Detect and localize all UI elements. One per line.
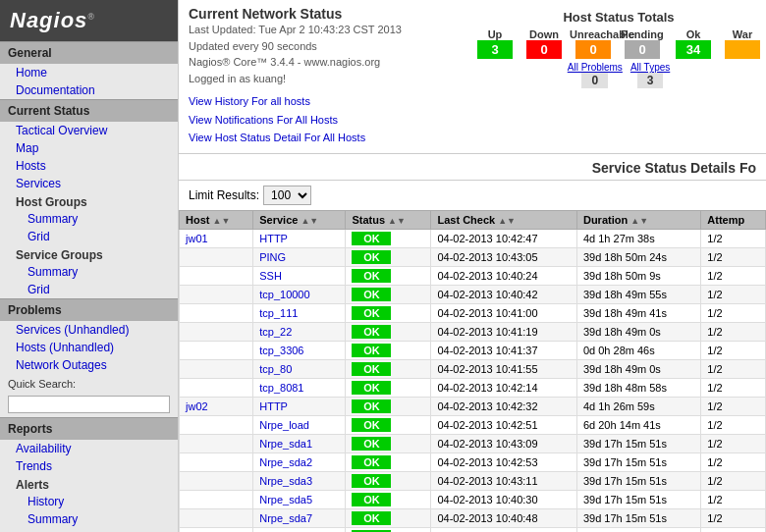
sidebar-item-services[interactable]: Services	[0, 175, 178, 192]
sidebar-item-hosts[interactable]: Hosts	[0, 157, 178, 175]
sidebar-item-home[interactable]: Home	[0, 64, 178, 81]
status-badge: OK	[352, 250, 391, 264]
last-check-cell: 04-02-2013 10:42:32	[431, 398, 577, 416]
service-cell[interactable]: tcp_3306	[253, 342, 346, 360]
service-cell[interactable]: Nrpe_sda3	[253, 472, 346, 491]
sidebar-item-services-unhandled[interactable]: Services (Unhandled)	[0, 321, 178, 339]
host-sort-icon: ▲▼	[213, 216, 231, 226]
sidebar-item-alerts-summary[interactable]: Summary	[0, 510, 178, 528]
status-cell: OK	[346, 304, 431, 323]
status-cell: OK	[346, 360, 431, 379]
service-cell[interactable]: Nrpe_sda2	[253, 453, 346, 472]
service-cell[interactable]: tcp_10000	[253, 286, 346, 304]
service-cell[interactable]: Nrpe_load	[253, 416, 346, 435]
sidebar-item-host-groups-grid[interactable]: Grid	[0, 228, 178, 245]
section-current-status: Current Status	[0, 99, 178, 122]
service-link[interactable]: tcp_10000	[259, 289, 309, 300]
sidebar-item-trends[interactable]: Trends	[0, 457, 178, 475]
up-label: Up	[471, 28, 519, 40]
quick-search-input[interactable]	[8, 396, 170, 413]
sidebar-item-map[interactable]: Map	[0, 139, 178, 157]
status-badge: OK	[352, 288, 391, 301]
col-host[interactable]: Host ▲▼	[180, 211, 253, 230]
unreachable-count[interactable]: 0	[575, 40, 611, 59]
view-history-link[interactable]: View History For all hosts	[189, 92, 481, 111]
service-cell[interactable]: PING	[253, 248, 346, 267]
service-cell[interactable]: Nrpe_users	[253, 528, 346, 532]
sidebar-item-service-groups-grid[interactable]: Grid	[0, 281, 178, 298]
service-link[interactable]: Nrpe_sda3	[259, 475, 312, 487]
service-cell[interactable]: Nrpe_sda7	[253, 509, 346, 528]
table-row: Nrpe_usersOK04-02-2013 10:41:0639d 18h 4…	[180, 528, 766, 532]
service-link[interactable]: tcp_80	[259, 363, 292, 375]
service-link[interactable]: Nrpe_sda2	[259, 456, 312, 468]
attempt-cell: 1/2	[701, 360, 766, 379]
service-link[interactable]: SSH	[259, 270, 282, 282]
attempt-cell: 1/2	[701, 304, 766, 323]
last-check-cell: 04-02-2013 10:40:24	[431, 267, 577, 286]
up-count[interactable]: 3	[477, 40, 513, 59]
host-cell[interactable]: jw01	[180, 230, 253, 248]
status-cell: OK	[346, 248, 431, 267]
sidebar-item-host-groups-summary[interactable]: Summary	[0, 210, 178, 228]
service-cell[interactable]: Nrpe_sda5	[253, 491, 346, 509]
service-cell[interactable]: HTTP	[253, 398, 346, 416]
service-link[interactable]: tcp_3306	[259, 345, 303, 356]
view-notifications-link[interactable]: View Notifications For All Hosts	[189, 111, 481, 130]
sidebar-item-network-outages[interactable]: Network Outages	[0, 356, 178, 374]
service-cell[interactable]: Nrpe_sda1	[253, 435, 346, 453]
status-cell: OK	[346, 416, 431, 435]
limit-select[interactable]: 100 25 50 All	[263, 186, 311, 205]
view-host-status-link[interactable]: View Host Status Detail For All Hosts	[189, 129, 481, 147]
service-link[interactable]: Nrpe_sda5	[259, 494, 312, 505]
host-link[interactable]: jw01	[186, 233, 208, 244]
pending-count[interactable]: 0	[625, 40, 660, 59]
service-link[interactable]: tcp_8081	[259, 382, 303, 394]
sidebar-item-tactical-overview[interactable]: Tactical Overview	[0, 122, 178, 139]
sidebar-item-service-groups-summary[interactable]: Summary	[0, 263, 178, 281]
ok-count[interactable]: 34	[676, 40, 711, 59]
service-link[interactable]: tcp_22	[259, 326, 292, 338]
status-cell: OK	[346, 379, 431, 398]
all-problems-link[interactable]: All Problems	[568, 62, 623, 73]
table-row: Nrpe_sda2OK04-02-2013 10:42:5339d 17h 15…	[180, 453, 766, 472]
attempt-cell: 1/2	[701, 472, 766, 491]
host-link[interactable]: jw02	[186, 400, 208, 412]
service-link[interactable]: Nrpe_load	[259, 419, 309, 431]
service-link[interactable]: HTTP	[259, 233, 288, 244]
down-count[interactable]: 0	[526, 40, 562, 59]
service-cell[interactable]: tcp_22	[253, 323, 346, 342]
service-link[interactable]: PING	[259, 251, 286, 263]
host-cell[interactable]: jw02	[180, 398, 253, 416]
last-check-cell: 04-02-2013 10:42:14	[431, 379, 577, 398]
col-service[interactable]: Service ▲▼	[253, 211, 346, 230]
col-last-check[interactable]: Last Check ▲▼	[431, 211, 577, 230]
service-link[interactable]: Nrpe_sda7	[259, 512, 312, 524]
table-row: Nrpe_loadOK04-02-2013 10:42:516d 20h 14m…	[180, 416, 766, 435]
service-link[interactable]: Nrpe_sda1	[259, 438, 312, 450]
sidebar-item-alerts-histogram[interactable]: Histogram	[0, 528, 178, 532]
sidebar-item-availability[interactable]: Availability	[0, 440, 178, 457]
sidebar-item-documentation[interactable]: Documentation	[0, 81, 178, 99]
all-types-link[interactable]: All Types	[630, 62, 670, 73]
service-cell[interactable]: HTTP	[253, 230, 346, 248]
col-attempt[interactable]: Attemp	[701, 211, 766, 230]
col-status[interactable]: Status ▲▼	[346, 211, 431, 230]
attempt-cell: 1/2	[701, 230, 766, 248]
service-cell[interactable]: tcp_80	[253, 360, 346, 379]
sidebar-item-alerts-history[interactable]: History	[0, 493, 178, 510]
col-duration[interactable]: Duration ▲▼	[576, 211, 700, 230]
service-cell[interactable]: tcp_111	[253, 304, 346, 323]
warning-count[interactable]	[725, 40, 760, 59]
all-types-col: All Types 3	[630, 62, 670, 88]
status-cell: OK	[346, 509, 431, 528]
sidebar-item-hosts-unhandled[interactable]: Hosts (Unhandled)	[0, 339, 178, 356]
service-link[interactable]: HTTP	[259, 400, 288, 412]
sidebar-logo: Nagios®	[0, 0, 178, 41]
service-cell[interactable]: SSH	[253, 267, 346, 286]
attempt-cell: 1/2	[701, 453, 766, 472]
host-cell	[180, 323, 253, 342]
attempt-cell: 1/2	[701, 286, 766, 304]
service-link[interactable]: tcp_111	[259, 307, 298, 319]
service-cell[interactable]: tcp_8081	[253, 379, 346, 398]
